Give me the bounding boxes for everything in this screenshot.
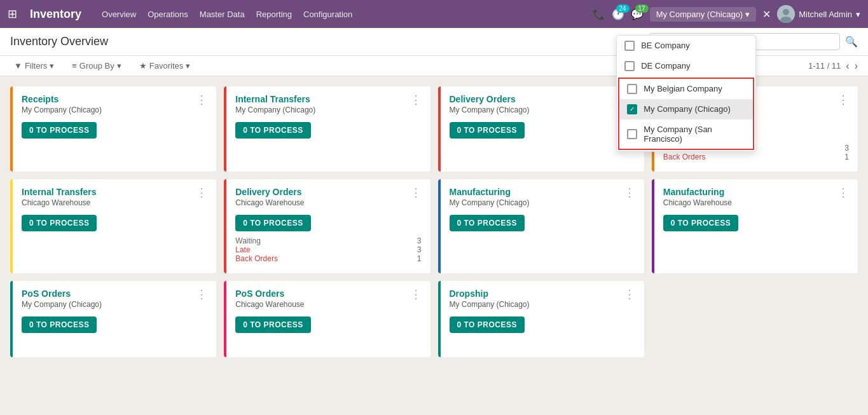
card-subtitle: My Company (Chicago) — [235, 105, 315, 114]
be-checkbox[interactable] — [624, 41, 635, 51]
stat-value: 3 — [417, 236, 422, 245]
card-title[interactable]: Dropship — [450, 289, 530, 299]
favorites-button[interactable]: ★ Favorites ▾ — [135, 60, 194, 72]
inventory-card[interactable]: Manufacturing My Company (Chicago) ⋮ 0 T… — [438, 179, 644, 273]
de-label: DE Company — [641, 61, 690, 71]
filters-button[interactable]: ▼ Filters ▾ — [10, 60, 58, 72]
phone-icon[interactable]: 📞 — [593, 8, 605, 20]
card-menu-button[interactable]: ⋮ — [196, 94, 207, 105]
process-button[interactable]: 0 TO PROCESS — [235, 122, 310, 139]
card-menu-button[interactable]: ⋮ — [837, 94, 849, 105]
inventory-card[interactable]: Delivery Orders Chicago Warehouse ⋮ 0 TO… — [224, 179, 430, 273]
card-menu-button[interactable]: ⋮ — [410, 289, 422, 300]
nav-menu: Overview Operations Master Data Reportin… — [102, 10, 582, 19]
inventory-card[interactable]: PoS Orders My Company (Chicago) ⋮ 0 TO P… — [10, 281, 216, 357]
inventory-card[interactable]: Delivery Orders My Company (Chicago) ⋮ 0… — [438, 86, 644, 172]
inventory-card[interactable]: Receipts My Company (Chicago) ⋮ 0 TO PRO… — [10, 86, 216, 172]
process-button[interactable]: 0 TO PROCESS — [235, 215, 310, 231]
group-by-chevron-icon: ▾ — [117, 61, 121, 71]
group-by-button[interactable]: ≡ Group By ▾ — [68, 60, 125, 72]
card-menu-button[interactable]: ⋮ — [837, 187, 849, 198]
card-subtitle: My Company (Chicago) — [22, 105, 102, 114]
card-title[interactable]: PoS Orders — [235, 289, 304, 299]
inventory-card[interactable]: Internal Transfers Chicago Warehouse ⋮ 0… — [10, 179, 216, 273]
card-title[interactable]: Delivery Orders — [235, 187, 304, 197]
app-title: Inventory — [30, 8, 81, 21]
process-button[interactable]: 0 TO PROCESS — [22, 215, 97, 231]
card-header: Internal Transfers Chicago Warehouse ⋮ — [22, 187, 207, 207]
stat-value: 3 — [417, 245, 422, 254]
card-header: Delivery Orders My Company (Chicago) ⋮ — [450, 94, 635, 114]
close-icon[interactable]: ✕ — [762, 8, 771, 20]
card-subtitle: My Company (Chicago) — [450, 300, 530, 309]
card-title[interactable]: Internal Transfers — [235, 94, 315, 104]
company-option-sf[interactable]: My Company (San Francisco) — [619, 119, 753, 149]
card-subtitle: My Company (Chicago) — [22, 300, 102, 309]
card-title[interactable]: Manufacturing — [450, 187, 530, 197]
card-header: PoS Orders Chicago Warehouse ⋮ — [235, 289, 421, 309]
next-page-button[interactable]: › — [855, 60, 858, 72]
nav-configuration[interactable]: Configuration — [303, 10, 352, 19]
pagination-info: 1-11 / 11 — [808, 61, 841, 71]
company-name: My Company (Chicago) — [656, 10, 743, 19]
pagination: 1-11 / 11 ‹ › — [808, 60, 858, 72]
card-menu-button[interactable]: ⋮ — [624, 289, 635, 300]
company-selector-button[interactable]: My Company (Chicago) ▾ — [650, 7, 757, 22]
stat-label: Back Orders — [235, 254, 278, 263]
process-button[interactable]: 0 TO PROCESS — [450, 316, 525, 333]
card-title[interactable]: Internal Transfers — [22, 187, 97, 197]
company-option-de[interactable]: DE Company — [617, 56, 755, 76]
card-header: Manufacturing Chicago Warehouse ⋮ — [663, 187, 849, 207]
process-button[interactable]: 0 TO PROCESS — [22, 316, 97, 333]
nav-right-actions: 📞 🕐 24 💬 17 My Company (Chicago) ▾ BE Co… — [593, 5, 860, 23]
card-title[interactable]: Delivery Orders — [450, 94, 530, 104]
group-by-icon: ≡ — [72, 61, 77, 71]
grid-icon[interactable]: ⊞ — [8, 7, 17, 21]
calendar-icon[interactable]: 🕐 24 — [612, 8, 624, 20]
inventory-card[interactable]: Internal Transfers My Company (Chicago) … — [224, 86, 430, 172]
inventory-card[interactable]: Manufacturing Chicago Warehouse ⋮ 0 TO P… — [652, 179, 858, 273]
nav-reporting[interactable]: Reporting — [256, 10, 292, 19]
inventory-card[interactable]: PoS Orders Chicago Warehouse ⋮ 0 TO PROC… — [224, 281, 430, 357]
nav-master-data[interactable]: Master Data — [200, 10, 245, 19]
company-option-be[interactable]: BE Company — [617, 36, 755, 56]
de-checkbox[interactable] — [624, 61, 635, 71]
chicago-checkbox[interactable]: ✓ — [627, 104, 637, 114]
process-button[interactable]: 0 TO PROCESS — [450, 215, 525, 231]
search-icon[interactable]: 🔍 — [845, 36, 858, 48]
company-option-chicago[interactable]: ✓ My Company (Chicago) — [619, 99, 753, 119]
process-button[interactable]: 0 TO PROCESS — [22, 122, 97, 139]
filter-chevron-icon: ▾ — [50, 61, 54, 71]
process-button[interactable]: 0 TO PROCESS — [450, 122, 525, 139]
card-subtitle: My Company (Chicago) — [450, 105, 530, 114]
card-title[interactable]: Receipts — [22, 94, 102, 104]
sf-checkbox[interactable] — [627, 129, 637, 139]
stat-label: Late — [235, 245, 250, 254]
card-menu-button[interactable]: ⋮ — [624, 187, 635, 198]
chat-icon[interactable]: 💬 17 — [631, 8, 644, 20]
chat-badge: 17 — [635, 4, 649, 13]
card-title[interactable]: Manufacturing — [663, 187, 732, 197]
nav-overview[interactable]: Overview — [102, 10, 136, 19]
stat-label: Waiting — [235, 236, 261, 245]
chicago-label: My Company (Chicago) — [644, 104, 731, 114]
card-menu-button[interactable]: ⋮ — [410, 94, 422, 105]
company-option-belgian[interactable]: My Belgian Company — [619, 79, 753, 99]
card-menu-button[interactable]: ⋮ — [196, 289, 207, 300]
card-subtitle: Chicago Warehouse — [22, 198, 97, 207]
be-label: BE Company — [641, 41, 690, 50]
process-button[interactable]: 0 TO PROCESS — [663, 215, 738, 231]
nav-operations[interactable]: Operations — [148, 10, 188, 19]
stat-row: Back Orders 1 — [235, 254, 421, 263]
user-name: Mitchell Admin — [799, 10, 852, 19]
company-dropdown: BE Company DE Company My Belgian Company… — [616, 35, 756, 152]
user-menu[interactable]: Mitchell Admin ▾ — [777, 5, 860, 23]
prev-page-button[interactable]: ‹ — [846, 60, 849, 72]
process-button[interactable]: 0 TO PROCESS — [235, 316, 310, 333]
card-header: Dropship My Company (Chicago) ⋮ — [450, 289, 635, 309]
card-menu-button[interactable]: ⋮ — [410, 187, 422, 198]
belgian-checkbox[interactable] — [627, 84, 637, 94]
card-title[interactable]: PoS Orders — [22, 289, 102, 299]
inventory-card[interactable]: Dropship My Company (Chicago) ⋮ 0 TO PRO… — [438, 281, 644, 357]
card-menu-button[interactable]: ⋮ — [196, 187, 207, 198]
